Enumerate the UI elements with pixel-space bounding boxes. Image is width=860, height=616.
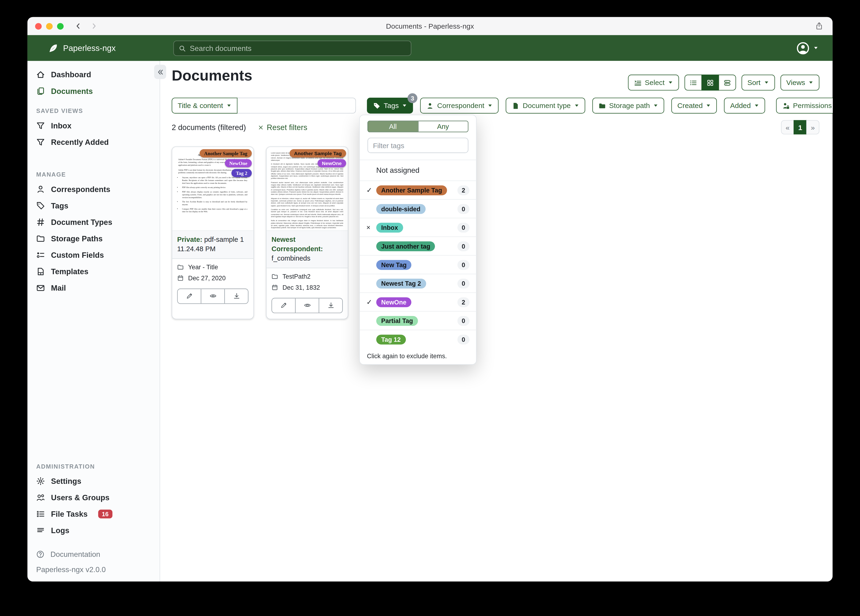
toolbar: Select S (628, 75, 820, 91)
sidebar-item-dashboard[interactable]: Dashboard (27, 66, 160, 83)
sidebar-item-logs[interactable]: Logs (27, 522, 160, 539)
download-button[interactable] (319, 298, 342, 313)
pagination-page-1[interactable]: 1 (794, 120, 807, 135)
back-icon[interactable] (75, 22, 82, 30)
sidebar-item-tags[interactable]: Tags (27, 197, 160, 214)
sidebar-item-custom-fields[interactable]: Custom Fields (27, 247, 160, 263)
download-button[interactable] (224, 289, 248, 303)
tag-icon (373, 102, 380, 109)
card-title[interactable]: Private: pdf-sample 1 11.24.48 PM (172, 230, 254, 258)
document-thumbnail[interactable]: Lorem ipsum dolor sit amet, consectetur … (267, 147, 348, 230)
brand[interactable]: Paperless-ngx (49, 43, 116, 53)
tags-match-all-button[interactable]: All (368, 121, 417, 132)
preview-button[interactable] (201, 289, 224, 303)
document-thumbnail[interactable]: Adobe Acrobat PDF Files Adobe® Portable … (172, 147, 254, 230)
card-tag-pill[interactable]: Another Sample Tag (290, 149, 346, 157)
global-search[interactable] (173, 41, 411, 56)
tag-option[interactable]: Partial Tag 0 (360, 311, 476, 330)
sidebar-item-label: Mail (51, 284, 66, 292)
tag-count: 0 (457, 223, 469, 233)
tag-option[interactable]: double-sided 0 (360, 199, 476, 218)
sidebar-item-users-groups[interactable]: Users & Groups (27, 489, 160, 506)
forward-icon[interactable] (91, 22, 98, 30)
tag-count: 0 (457, 334, 469, 344)
tag-pill: Newest Tag 2 (376, 278, 426, 288)
zoom-window-button[interactable] (57, 23, 64, 29)
created-filter-button[interactable]: Created (671, 97, 717, 114)
sidebar-item-storage-paths[interactable]: Storage Paths (27, 230, 160, 247)
tags-match-any-button[interactable]: Any (417, 121, 468, 132)
tags-filter-button[interactable]: Tags (367, 97, 413, 114)
sidebar-item-correspondents[interactable]: Correspondents (27, 181, 160, 197)
title-content-input[interactable] (237, 97, 356, 114)
tag-option-not-assigned[interactable]: Not assigned (360, 160, 476, 181)
sidebar-item-label: Inbox (51, 121, 71, 130)
preview-button[interactable] (295, 298, 319, 313)
views-button[interactable]: Views (780, 75, 819, 91)
pencil-icon (280, 302, 287, 309)
list-view-icon (689, 79, 697, 86)
sidebar-item-documents[interactable]: Documents (27, 83, 160, 99)
card-storage-path[interactable]: Year - Title (188, 264, 218, 270)
select-button[interactable]: Select (628, 75, 679, 91)
sidebar-item-mail[interactable]: Mail (27, 280, 160, 296)
storage-path-filter-button[interactable]: Storage path (592, 97, 664, 114)
tag-option[interactable]: Tag 12 0 (360, 330, 476, 348)
sidebar-item-templates[interactable]: Templates (27, 263, 160, 280)
document-card[interactable]: Adobe Acrobat PDF Files Adobe® Portable … (171, 146, 254, 319)
grid-view-button[interactable] (701, 75, 719, 91)
permissions-filter-button[interactable]: Permissions (776, 97, 833, 114)
tag-option[interactable]: Newest Tag 2 0 (360, 274, 476, 292)
share-icon[interactable] (815, 21, 823, 31)
card-tag-pill[interactable]: Another Sample Tag (200, 149, 252, 157)
sidebar-item-settings[interactable]: Settings (27, 473, 160, 489)
title-content-dropdown-button[interactable]: Title & content (171, 97, 237, 114)
sidebar-item-document-types[interactable]: Document Types (27, 214, 160, 230)
edit-button[interactable] (272, 298, 295, 313)
feather-logo-icon (49, 43, 58, 53)
sidebar-item-inbox[interactable]: Inbox (27, 117, 160, 134)
sidebar-item-file-tasks[interactable]: File Tasks 16 (27, 506, 160, 522)
tag-option[interactable]: New Tag 0 (360, 255, 476, 274)
card-title[interactable]: Newest Correspondent: f_combineds (267, 230, 348, 267)
card-tag-pill[interactable]: NewOne (318, 159, 346, 167)
sort-button[interactable]: Sort (741, 75, 775, 91)
app-window: Documents - Paperless-ngx Paperless-ngx (27, 17, 833, 581)
folder-icon (598, 102, 606, 109)
card-correspondent[interactable]: Private: (177, 236, 202, 244)
sidebar-collapse-button[interactable] (154, 65, 166, 79)
card-date: Dec 27, 2020 (188, 275, 226, 281)
tag-count: 0 (457, 316, 469, 325)
tag-option[interactable]: ✓ NewOne 2 (360, 292, 476, 311)
sidebar-item-recently-added[interactable]: Recently Added (27, 134, 160, 150)
card-correspondent[interactable]: Newest Correspondent: (271, 236, 323, 253)
correspondent-filter-button[interactable]: Correspondent (420, 97, 499, 114)
added-filter-button[interactable]: Added (724, 97, 765, 114)
tags-dropdown-hint: Click again to exclude items. (360, 348, 476, 365)
tag-option[interactable]: ✓ Another Sample Tag 2 (360, 181, 476, 199)
close-window-button[interactable] (35, 23, 42, 29)
pagination-next-button[interactable]: » (806, 120, 819, 135)
search-input[interactable] (190, 44, 406, 52)
document-type-label: Document type (523, 101, 571, 110)
pagination-prev-button[interactable]: « (781, 120, 794, 135)
edit-button[interactable] (178, 289, 201, 303)
detail-view-button[interactable] (718, 75, 736, 91)
document-type-filter-button[interactable]: Document type (506, 97, 585, 114)
tag-count: 2 (457, 297, 469, 307)
card-tag-pill[interactable]: NewOne (225, 159, 252, 167)
title-content-label: Title & content (178, 101, 223, 110)
user-menu[interactable] (796, 41, 818, 55)
document-card[interactable]: Lorem ipsum dolor sit amet, consectetur … (266, 146, 348, 319)
filter-tags-input[interactable] (367, 138, 469, 153)
minimize-window-button[interactable] (46, 23, 53, 29)
pencil-icon (186, 292, 193, 300)
list-view-button[interactable] (684, 75, 702, 91)
tag-option[interactable]: × Inbox 0 (360, 218, 476, 236)
chevron-down-icon (706, 103, 711, 108)
reset-filters-link[interactable]: Reset filters (258, 123, 307, 132)
card-tag-pill[interactable]: Tag 2 (231, 169, 252, 177)
tag-option[interactable]: Just another tag 0 (360, 236, 476, 255)
card-storage-path[interactable]: TestPath2 (282, 273, 311, 280)
sidebar-item-documentation[interactable]: Documentation (27, 546, 160, 562)
